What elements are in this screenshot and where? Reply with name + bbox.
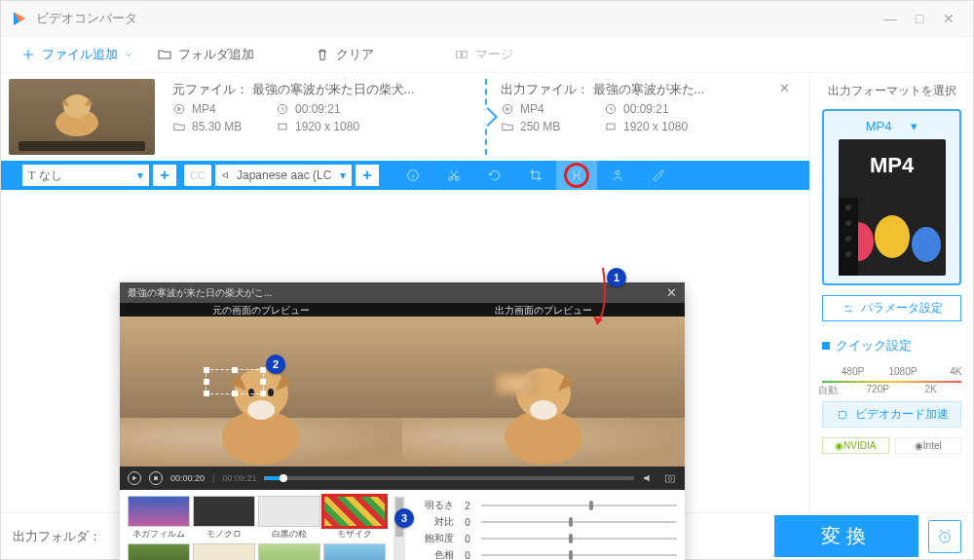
subtitle-select[interactable]: T なし ▾ xyxy=(22,165,149,186)
window-maximize-icon[interactable]: □ xyxy=(905,11,934,26)
effect-illust[interactable]: イラスト風 xyxy=(258,543,320,560)
quality-slider[interactable]: 480P 1080P 4K 自動 720P 2K xyxy=(822,366,961,392)
volume-icon[interactable] xyxy=(642,471,656,485)
audio-track-select[interactable]: Japanese aac (LC ▾ xyxy=(215,165,352,186)
svg-rect-25 xyxy=(665,475,674,482)
svg-rect-6 xyxy=(279,124,286,130)
add-folder-label: フォルダ追加 xyxy=(178,46,254,63)
time-total: 00:09:21 xyxy=(222,473,256,483)
svg-point-3 xyxy=(63,94,91,118)
chevron-down-icon xyxy=(124,47,133,62)
svg-point-31 xyxy=(845,205,851,210)
source-info: 元ファイル： 最強の寒波が来た日の柴犬... MP4 00:09:21 85.3… xyxy=(163,79,481,155)
trash-icon xyxy=(315,47,330,62)
svg-point-13 xyxy=(616,170,619,174)
output-title: 出力ファイル： 最強の寒波が来た... xyxy=(501,81,760,98)
edit-toolbar: T なし ▾ + CC Japanese aac (LC ▾ + xyxy=(1,161,809,190)
crop-tool-icon[interactable] xyxy=(515,161,556,190)
seek-bar[interactable] xyxy=(264,476,634,480)
selection-box[interactable] xyxy=(206,369,264,394)
brightness-slider[interactable]: 明るさ2 xyxy=(419,499,677,512)
enhance-tool-icon[interactable] xyxy=(638,161,679,190)
svg-rect-24 xyxy=(154,476,158,480)
annotation-1: 1 xyxy=(607,268,626,287)
edit-icon[interactable] xyxy=(760,81,779,96)
merge-label: マージ xyxy=(475,46,513,63)
output-resolution: 1920 x 1080 xyxy=(623,120,701,133)
quick-settings-title: クイック設定 xyxy=(822,337,961,355)
clear-button[interactable]: クリア xyxy=(307,42,382,67)
source-resolution: 1920 x 1080 xyxy=(295,120,373,133)
effects-tool-icon[interactable] xyxy=(556,161,597,190)
format-icon xyxy=(172,102,186,116)
effect-mono[interactable]: モノクロ xyxy=(193,496,255,541)
dialog-close-icon[interactable]: ✕ xyxy=(666,285,677,300)
gpu-accel-button[interactable]: ビデオカード加速 xyxy=(822,401,961,428)
intel-chip[interactable]: ◉ Intel xyxy=(895,437,962,454)
time-current: 00:00:20 xyxy=(170,473,205,483)
svg-point-29 xyxy=(912,227,941,262)
window-title: ビデオコンバータ xyxy=(36,10,876,27)
plus-icon xyxy=(20,47,36,62)
info-separator-arrow xyxy=(485,79,487,155)
saturation-slider[interactable]: 飽和度0 xyxy=(419,532,677,545)
output-format: MP4 xyxy=(520,102,598,116)
svg-rect-9 xyxy=(607,124,615,130)
contrast-slider[interactable]: 対比0 xyxy=(419,515,677,529)
app-logo-icon xyxy=(11,10,28,27)
video-thumbnail[interactable] xyxy=(9,79,155,155)
svg-point-32 xyxy=(845,220,851,226)
add-audio-button[interactable]: + xyxy=(356,165,379,186)
effect-aegean[interactable]: エーゲ海 xyxy=(323,543,386,560)
convert-button[interactable]: 変換 xyxy=(774,515,918,557)
effect-white[interactable]: 白黒の粒 xyxy=(258,496,320,541)
subtitle-label: なし xyxy=(39,168,133,184)
effect-nega[interactable]: ネガフィルム xyxy=(128,496,190,541)
effect-wb[interactable]: ホワイトバランス xyxy=(193,543,255,560)
effect-mosaic[interactable]: モザイク xyxy=(323,496,386,541)
preview-output: 出力画面のプレビュー xyxy=(402,303,685,467)
window-close-icon[interactable]: ✕ xyxy=(934,11,963,26)
audio-track-label: Japanese aac (LC xyxy=(237,168,336,182)
source-duration: 00:09:21 xyxy=(295,102,373,116)
output-info: 出力ファイル： 最強の寒波が来た... MP4 00:09:21 250 MB … xyxy=(491,79,809,155)
source-title: 元ファイル： 最強の寒波が来た日の柴犬... xyxy=(172,81,471,98)
format-selector[interactable]: MP4▾ MP4 xyxy=(822,109,961,285)
add-folder-button[interactable]: フォルダ追加 xyxy=(149,42,262,67)
svg-point-34 xyxy=(845,251,851,257)
playback-controls: 00:00:20 | 00:09:21 xyxy=(120,467,685,490)
cc-button[interactable]: CC xyxy=(184,165,211,186)
info-tool-icon[interactable] xyxy=(393,161,433,190)
alarm-button[interactable] xyxy=(928,520,961,553)
hue-slider[interactable]: 色相0 xyxy=(419,548,677,560)
watermark-tool-icon[interactable] xyxy=(597,161,638,190)
window-minimize-icon[interactable]: — xyxy=(876,11,905,26)
add-file-label: ファイル追加 xyxy=(42,46,118,63)
svg-rect-1 xyxy=(463,52,468,58)
titlebar: ビデオコンバータ — □ ✕ xyxy=(1,1,973,36)
remove-file-icon[interactable]: ✕ xyxy=(779,81,800,153)
annotation-2: 2 xyxy=(266,355,285,374)
effects-scrollbar[interactable] xyxy=(393,496,405,560)
effect-oil[interactable]: 油絵 xyxy=(128,543,190,560)
svg-rect-35 xyxy=(839,411,845,418)
dialog-title: 最強の寒波が来た日の柴犬がこ... xyxy=(128,286,272,300)
output-folder-label: 出力フォルダ： xyxy=(13,528,101,545)
format-icon xyxy=(501,102,514,116)
snapshot-icon[interactable] xyxy=(663,471,677,485)
annotation-3: 3 xyxy=(394,508,414,528)
add-subtitle-button[interactable]: + xyxy=(153,165,176,186)
play-button[interactable] xyxy=(128,471,141,485)
add-file-button[interactable]: ファイル追加 xyxy=(13,42,141,67)
cut-tool-icon[interactable] xyxy=(433,161,474,190)
svg-point-7 xyxy=(503,104,511,113)
stop-button[interactable] xyxy=(149,471,163,485)
svg-point-17 xyxy=(268,389,274,396)
merge-button: マージ xyxy=(446,42,521,67)
parameter-settings-button[interactable]: パラメータ設定 xyxy=(822,295,961,321)
svg-rect-0 xyxy=(457,52,462,58)
rotate-tool-icon[interactable] xyxy=(474,161,515,190)
svg-point-26 xyxy=(668,477,672,481)
nvidia-chip[interactable]: ◉ NVIDIA xyxy=(822,437,889,454)
main-toolbar: ファイル追加 フォルダ追加 クリア マージ xyxy=(1,36,973,73)
